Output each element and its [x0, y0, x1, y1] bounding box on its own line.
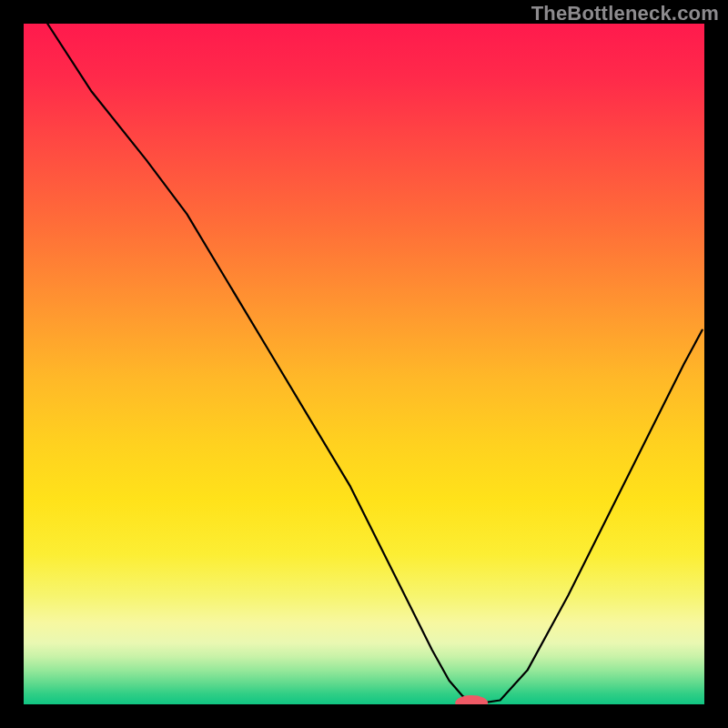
- chart-frame: TheBottleneck.com: [0, 0, 728, 728]
- chart-plot-area: [24, 24, 704, 704]
- optimal-point-marker: [455, 695, 488, 704]
- chart-svg: [24, 24, 704, 704]
- bottleneck-curve-path: [47, 24, 703, 703]
- watermark-text: TheBottleneck.com: [531, 2, 719, 25]
